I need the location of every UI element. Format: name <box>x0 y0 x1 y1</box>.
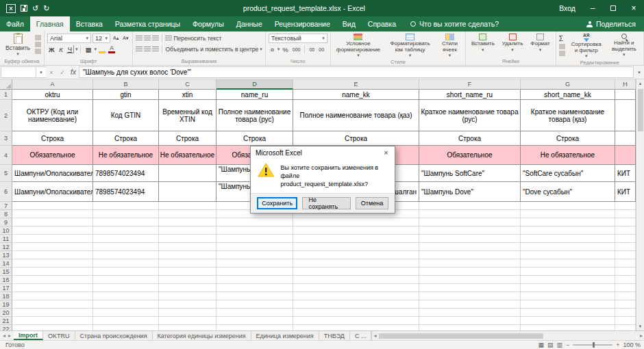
zoom-out-icon[interactable]: − <box>566 342 569 348</box>
column-header-G[interactable]: G <box>521 79 615 90</box>
empty-cell[interactable] <box>216 317 293 325</box>
empty-cell[interactable] <box>521 268 615 276</box>
empty-cell[interactable] <box>419 284 521 292</box>
empty-cell[interactable] <box>615 251 636 259</box>
cell-B2[interactable]: Код GTIN <box>93 100 159 131</box>
format-painter-icon[interactable] <box>35 49 41 54</box>
empty-cell[interactable] <box>12 268 93 276</box>
empty-cell[interactable] <box>419 325 521 331</box>
empty-cell[interactable] <box>419 317 521 325</box>
empty-cell[interactable] <box>293 235 419 243</box>
paste-button[interactable]: Вставить ▾ <box>3 33 33 57</box>
accounting-format-icon[interactable]: ¤ <box>269 46 276 53</box>
empty-cell[interactable] <box>615 276 636 284</box>
select-all-corner[interactable] <box>0 79 12 90</box>
empty-cell[interactable] <box>93 259 159 268</box>
empty-cell[interactable] <box>615 292 636 300</box>
empty-cell[interactable] <box>615 227 636 235</box>
cell-A6[interactable]: Шампуни/Ополаскиватели <box>12 182 93 202</box>
view-normal-icon[interactable]: ▦ <box>538 342 544 348</box>
share-button[interactable]: Поделиться <box>578 16 644 31</box>
empty-cell[interactable] <box>93 218 159 227</box>
row-header-20[interactable]: 20 <box>0 309 12 317</box>
empty-cell[interactable] <box>12 202 93 210</box>
bold-button[interactable]: Ж <box>47 46 56 53</box>
empty-cell[interactable] <box>216 259 293 268</box>
empty-cell[interactable] <box>93 243 159 251</box>
dont-save-button[interactable]: Не сохранять <box>302 197 351 209</box>
horizontal-scroll-thumb[interactable] <box>379 333 543 339</box>
empty-cell[interactable] <box>216 235 293 243</box>
empty-cell[interactable] <box>159 251 216 259</box>
empty-cell[interactable] <box>12 235 93 243</box>
empty-cell[interactable] <box>93 284 159 292</box>
empty-cell[interactable] <box>293 317 419 325</box>
tab-data[interactable]: Данные <box>230 16 269 31</box>
cell-G6[interactable]: "Dove сусабын" <box>521 182 615 202</box>
cell-E3[interactable]: Строка <box>293 131 419 146</box>
format-as-table-button[interactable]: Форматировать как таблицу ▾ <box>385 33 435 59</box>
increase-font-icon[interactable]: А▴ <box>112 36 120 41</box>
align-right-icon[interactable] <box>152 47 159 53</box>
empty-cell[interactable] <box>216 276 293 284</box>
cancel-entry-icon[interactable]: × <box>46 66 57 79</box>
tell-me-box[interactable]: Что вы хотите сделать? <box>402 16 507 31</box>
row-header-19[interactable]: 19 <box>0 300 12 309</box>
cell-F3[interactable]: Строка <box>419 131 521 146</box>
row-header-12[interactable]: 12 <box>0 243 12 251</box>
sort-filter-button[interactable]: АЯ Сортировка и фильтр ▾ <box>567 33 606 60</box>
close-button[interactable]: × <box>623 0 644 16</box>
sheet-tab-unit-category[interactable]: Категория единицы измерения <box>153 331 251 340</box>
borders-dropdown-icon[interactable]: ▾ <box>94 47 97 52</box>
empty-cell[interactable] <box>521 227 615 235</box>
sheet-prev-icon[interactable]: ◂ <box>3 333 5 339</box>
cell-H6[interactable]: КИТ <box>615 182 636 202</box>
row-header-8[interactable]: 8 <box>0 210 12 218</box>
cell-B4[interactable]: Не обязательное <box>93 146 159 165</box>
empty-cell[interactable] <box>419 309 521 317</box>
sheet-tab-unit[interactable]: Единица измерения <box>251 331 319 340</box>
sheet-tab-more[interactable]: С ... <box>350 331 372 340</box>
tab-formulas[interactable]: Формулы <box>186 16 230 31</box>
empty-cell[interactable] <box>12 227 93 235</box>
empty-cell[interactable] <box>521 235 615 243</box>
merge-dropdown-icon[interactable]: ▾ <box>260 47 262 52</box>
font-color-icon[interactable]: А <box>108 45 116 53</box>
cell-C6[interactable] <box>159 182 216 202</box>
column-header-D[interactable]: D <box>216 79 293 90</box>
empty-cell[interactable] <box>216 251 293 259</box>
font-size-select[interactable]: 12 ▾ <box>92 34 110 43</box>
save-icon[interactable] <box>21 5 27 12</box>
empty-cell[interactable] <box>93 235 159 243</box>
cell-H2[interactable] <box>615 100 636 131</box>
tab-home[interactable]: Главная <box>30 16 70 31</box>
clear-icon[interactable] <box>559 51 565 56</box>
column-header-H[interactable]: H <box>615 79 636 90</box>
italic-button[interactable]: К <box>58 46 65 53</box>
cell-G2[interactable]: Краткое наименование товара (қаз) <box>521 100 615 131</box>
empty-cell[interactable] <box>93 202 159 210</box>
empty-cell[interactable] <box>521 276 615 284</box>
scroll-down-icon[interactable]: ▾ <box>639 322 642 331</box>
fill-icon[interactable] <box>559 44 565 49</box>
align-middle-icon[interactable] <box>144 36 151 42</box>
view-layout-icon[interactable]: ▤ <box>547 342 554 348</box>
empty-cell[interactable] <box>159 268 216 276</box>
row-header-1[interactable]: 1 <box>0 90 12 100</box>
align-center-icon[interactable] <box>144 47 151 53</box>
empty-cell[interactable] <box>93 251 159 259</box>
cell-C4[interactable]: Не обязательное <box>159 146 216 165</box>
cell-G3[interactable]: Строка <box>521 131 615 146</box>
empty-cell[interactable] <box>159 317 216 325</box>
zoom-slider-thumb[interactable] <box>593 342 595 348</box>
row-header-2[interactable]: 2 <box>0 100 12 131</box>
empty-cell[interactable] <box>615 202 636 210</box>
tab-insert[interactable]: Вставка <box>70 16 109 31</box>
delete-cells-button[interactable]: Удалить ▾ <box>499 33 526 53</box>
save-button[interactable]: Сохранить <box>257 197 297 209</box>
align-bottom-icon[interactable] <box>152 36 159 42</box>
empty-cell[interactable] <box>293 259 419 268</box>
row-header-7[interactable]: 7 <box>0 202 12 210</box>
empty-cell[interactable] <box>216 309 293 317</box>
cell-E1[interactable]: name_kk <box>293 90 419 100</box>
